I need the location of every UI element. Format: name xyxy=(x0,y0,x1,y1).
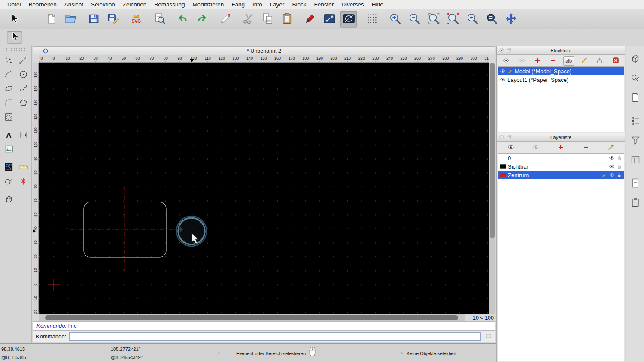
detach-block-panel-button[interactable] xyxy=(506,48,512,54)
remove-layer-button[interactable] xyxy=(580,143,592,152)
save-document-button[interactable] xyxy=(85,11,102,28)
cut-button[interactable] xyxy=(240,11,256,28)
snap-tool-button[interactable] xyxy=(17,175,30,188)
print-preview-button[interactable] xyxy=(151,11,167,28)
layer-list-item[interactable]: 0 xyxy=(498,154,624,162)
line-attributes-button[interactable] xyxy=(321,11,337,28)
palette-drag-handle[interactable] xyxy=(5,48,27,51)
edit-block-button[interactable] xyxy=(579,56,590,66)
rename-block-button[interactable]: alb xyxy=(563,56,574,66)
close-block-editing-button[interactable] xyxy=(610,56,621,66)
splines-tool-button[interactable] xyxy=(17,82,30,96)
layer-color-swatch[interactable] xyxy=(500,156,506,160)
menu-block[interactable]: Block xyxy=(288,1,310,8)
menu-modifizieren[interactable]: Modifizieren xyxy=(189,1,228,8)
dock-library-browser-button[interactable] xyxy=(628,51,643,67)
visibility-eye-icon[interactable] xyxy=(609,163,615,169)
add-layer-button[interactable] xyxy=(555,143,566,152)
polygons-tool-button[interactable] xyxy=(17,97,30,110)
copy-button[interactable] xyxy=(259,11,276,28)
lock-icon[interactable] xyxy=(617,172,622,178)
dock-new-view-button[interactable] xyxy=(628,90,643,106)
redraw-button[interactable] xyxy=(445,11,461,28)
menu-layer[interactable]: Layer xyxy=(266,1,289,8)
block-list-item[interactable]: Model (*Model_Space) xyxy=(498,67,624,75)
open-document-button[interactable] xyxy=(62,11,79,28)
save-document-as-button[interactable] xyxy=(105,11,121,28)
zoom-window-button[interactable] xyxy=(483,11,500,28)
dock-document-info-button[interactable] xyxy=(628,176,643,191)
menu-selektion[interactable]: Selektion xyxy=(87,1,119,8)
zoom-in-button[interactable] xyxy=(387,11,403,28)
vertical-scrollbar-thumb[interactable] xyxy=(490,63,495,238)
modify-tool-button[interactable] xyxy=(2,175,15,188)
layer-visibility-button[interactable] xyxy=(505,143,516,152)
detach-layer-panel-button[interactable] xyxy=(506,134,512,140)
fillet-tool-button[interactable] xyxy=(2,97,15,110)
lock-icon[interactable] xyxy=(617,155,622,161)
visibility-eye-icon[interactable] xyxy=(609,172,615,178)
command-detach-button[interactable] xyxy=(484,332,493,341)
dock-clipboard-button[interactable] xyxy=(628,195,643,211)
hatch-tool-button[interactable] xyxy=(2,111,15,124)
horizontal-scrollbar-thumb[interactable] xyxy=(45,315,458,320)
paste-button[interactable] xyxy=(279,11,295,28)
menu-bemassung[interactable]: Bemassung xyxy=(150,1,188,8)
dock-block-editor-button[interactable] xyxy=(628,71,643,86)
menu-fenster[interactable]: Fenster xyxy=(310,1,337,8)
zoom-out-button[interactable] xyxy=(406,11,422,28)
layer-list-item[interactable]: Sichtbar xyxy=(498,162,624,171)
pan-button[interactable] xyxy=(503,11,519,28)
block-list-item[interactable]: Layout1 (*Paper_Space) xyxy=(498,75,624,84)
document-titlebar[interactable]: * Unbenannt 2 xyxy=(33,46,495,55)
layer-color-swatch[interactable] xyxy=(500,164,506,169)
command-input[interactable] xyxy=(69,332,481,341)
layer-color-swatch[interactable] xyxy=(500,173,506,177)
new-document-button[interactable] xyxy=(43,11,59,28)
close-block-panel-button[interactable] xyxy=(498,48,504,54)
dock-panels-button[interactable] xyxy=(628,152,643,168)
close-layer-panel-button[interactable] xyxy=(498,134,504,140)
add-block-button[interactable] xyxy=(532,56,543,66)
measure-tool-button[interactable] xyxy=(17,161,30,174)
text-tool-button[interactable]: A xyxy=(2,129,15,142)
vertical-scrollbar[interactable] xyxy=(489,63,495,314)
zoom-previous-button[interactable] xyxy=(464,11,480,28)
menu-fang[interactable]: Fang xyxy=(228,1,249,8)
layer-visibility-all-button[interactable] xyxy=(530,143,541,152)
menu-zeichnen[interactable]: Zeichnen xyxy=(119,1,151,8)
visibility-eye-icon[interactable] xyxy=(500,68,506,74)
visibility-eye-icon[interactable] xyxy=(609,155,615,161)
edit-entity-button[interactable] xyxy=(217,11,233,28)
centerline-cross[interactable] xyxy=(70,187,180,271)
horizontal-scrollbar[interactable] xyxy=(39,314,465,321)
layer-list-item[interactable]: Zentrum xyxy=(498,171,624,179)
drawing-canvas[interactable] xyxy=(39,63,489,314)
redo-button[interactable] xyxy=(194,11,210,28)
menu-hilfe[interactable]: Hilfe xyxy=(368,1,387,8)
fill-tool-button[interactable] xyxy=(2,161,15,174)
circles-tool-button[interactable] xyxy=(17,68,30,81)
menu-diverses[interactable]: Diverses xyxy=(337,1,368,8)
dimensions-tool-button[interactable] xyxy=(17,129,30,142)
menu-bearbeiten[interactable]: Bearbeiten xyxy=(25,1,61,8)
select-tool-option-button[interactable] xyxy=(7,31,22,44)
select-tool-button[interactable] xyxy=(6,11,22,28)
undo-button[interactable] xyxy=(174,11,191,28)
menu-ansicht[interactable]: Ansicht xyxy=(61,1,87,8)
remove-block-button[interactable] xyxy=(547,56,559,66)
dock-filter-button[interactable] xyxy=(628,133,643,148)
edit-layer-button[interactable] xyxy=(605,143,617,152)
pen-attributes-button[interactable] xyxy=(302,11,318,28)
lines-tool-button[interactable] xyxy=(17,54,30,67)
menu-datei[interactable]: Datei xyxy=(3,1,25,8)
insert-block-button[interactable] xyxy=(594,56,605,66)
zoom-auto-button[interactable] xyxy=(425,11,442,28)
export-svg-button[interactable]: SVG xyxy=(128,11,144,28)
points-tool-button[interactable] xyxy=(2,54,15,67)
lock-icon[interactable] xyxy=(617,164,622,169)
circle-attributes-button[interactable] xyxy=(340,11,357,28)
solids-tool-button[interactable] xyxy=(2,193,15,206)
visibility-eye-icon[interactable] xyxy=(500,77,506,83)
grid-toggle-button[interactable] xyxy=(364,11,380,28)
